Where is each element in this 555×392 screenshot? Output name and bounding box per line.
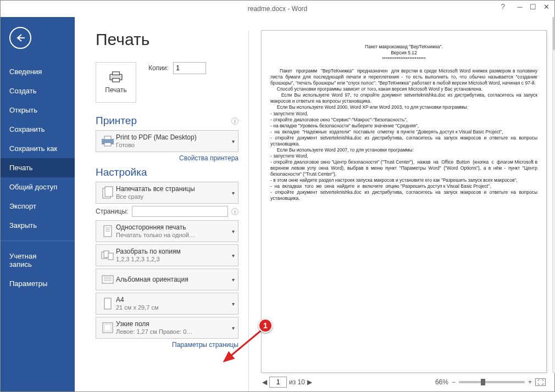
zoom-fit-button[interactable]: ⛶ <box>535 378 546 386</box>
maximize-button[interactable]: ☐ <box>527 2 539 12</box>
chevron-down-icon: ▾ <box>232 325 235 331</box>
preview-title: Пакет макрокоманд "ВерТеКнижка". <box>270 44 537 50</box>
pages-icon <box>102 186 114 199</box>
close-button[interactable]: ✕ <box>540 2 552 12</box>
paper-icon <box>103 297 113 310</box>
menu-open[interactable]: Открыть <box>1 100 75 120</box>
menu-share[interactable]: Общий доступ <box>1 177 75 197</box>
option-simplex[interactable]: Односторонняя печатьПечатать только на о… <box>96 220 238 242</box>
printer-properties-link[interactable]: Свойства принтера <box>179 154 238 162</box>
page-number-input[interactable] <box>269 377 287 388</box>
menu-export[interactable]: Экспорт <box>1 197 75 216</box>
chevron-down-icon: ▾ <box>232 277 235 283</box>
info-icon[interactable]: i <box>231 117 238 125</box>
menu-new[interactable]: Создать <box>1 81 75 100</box>
zoom-slider[interactable] <box>459 381 525 383</box>
chevron-down-icon: ▾ <box>232 138 235 144</box>
option-paper[interactable]: A421 см x 29,7 см ▾ <box>96 293 238 315</box>
landscape-icon <box>101 275 114 284</box>
print-preview-page: Пакет макрокоманд "ВерТеКнижка". Версия … <box>261 30 547 373</box>
menu-close[interactable]: Закрыть <box>1 216 75 235</box>
settings-heading: Настройка <box>96 166 238 178</box>
option-margins[interactable]: Узкие поляЛевое: 1,27 см Правое: 0… ▾ <box>96 317 238 339</box>
zoom-percent-label: 66% <box>435 378 448 386</box>
pages-input[interactable] <box>132 206 228 217</box>
prev-page-button[interactable]: ◀ <box>262 378 267 386</box>
svg-rect-5 <box>104 143 111 146</box>
print-button[interactable]: Печать <box>96 62 136 103</box>
next-page-button[interactable]: ▶ <box>307 378 312 386</box>
svg-rect-14 <box>108 253 113 260</box>
preview-scrollbar[interactable] <box>552 17 555 373</box>
printer-name: Print to PDF (Mac Desktop) <box>116 133 197 141</box>
chevron-down-icon: ▾ <box>232 228 235 234</box>
margins-icon <box>102 322 114 334</box>
printer-device-icon <box>101 136 115 147</box>
back-button[interactable] <box>9 27 31 49</box>
preview-version: Версия 5.12 <box>270 50 537 56</box>
svg-rect-15 <box>102 276 113 283</box>
svg-rect-2 <box>113 79 120 82</box>
printer-selector[interactable]: Print to PDF (Mac Desktop) Готово ▾ <box>96 130 238 152</box>
preview-sep: ************************ <box>270 56 537 62</box>
option-collate[interactable]: Разобрать по копиям1,2,3 1,2,3 1,2,3 ▾ <box>96 244 238 266</box>
printer-heading: Принтер i <box>96 115 238 127</box>
chevron-down-icon: ▾ <box>232 301 235 307</box>
window-title: readme.docx - Word <box>248 5 308 13</box>
zoom-out-button[interactable]: − <box>452 378 456 386</box>
menu-info[interactable]: Сведения <box>1 62 75 81</box>
svg-rect-1 <box>113 72 120 75</box>
print-button-label: Печать <box>105 86 126 94</box>
pages-label: Страницы: <box>96 208 129 215</box>
help-icon[interactable]: ? <box>501 2 505 11</box>
menu-account[interactable]: Учетная запись <box>1 247 75 274</box>
svg-rect-4 <box>104 136 111 139</box>
page-title: Печать <box>96 30 238 49</box>
annotation-marker-1: 1 <box>258 318 273 333</box>
zoom-in-button[interactable]: + <box>528 378 532 386</box>
copies-input[interactable] <box>173 62 206 74</box>
option-orientation[interactable]: Альбомная ориентация ▾ <box>96 268 238 290</box>
minimize-button[interactable]: ─ <box>514 2 526 12</box>
printer-status: Готово <box>116 142 197 149</box>
copies-label: Копии: <box>148 64 169 72</box>
chevron-down-icon: ▾ <box>232 253 235 259</box>
collate-icon <box>101 250 115 261</box>
page-side-icon <box>102 225 113 238</box>
menu-saveas[interactable]: Сохранить как <box>1 139 75 158</box>
page-of-label: из 10 <box>289 378 305 386</box>
printer-icon <box>108 71 124 83</box>
svg-rect-7 <box>105 187 113 197</box>
option-print-all[interactable]: Напечатать все страницыВсе сразу ▾ <box>96 182 238 204</box>
titlebar: readme.docx - Word ? ─ ☐ ✕ <box>1 1 554 17</box>
sidebar: Сведения Создать Открыть Сохранить Сохра… <box>1 17 75 391</box>
menu-print[interactable]: Печать <box>1 158 75 177</box>
menu-options[interactable]: Параметры <box>1 274 75 293</box>
page-setup-link[interactable]: Параметры страницы <box>172 341 238 349</box>
info-icon[interactable]: i <box>231 208 238 215</box>
menu-save[interactable]: Сохранить <box>1 120 75 139</box>
chevron-down-icon: ▾ <box>232 190 235 196</box>
preview-body: Пакет программ "ВерТеКнижка" предназначе… <box>270 68 537 201</box>
svg-rect-19 <box>104 298 111 309</box>
